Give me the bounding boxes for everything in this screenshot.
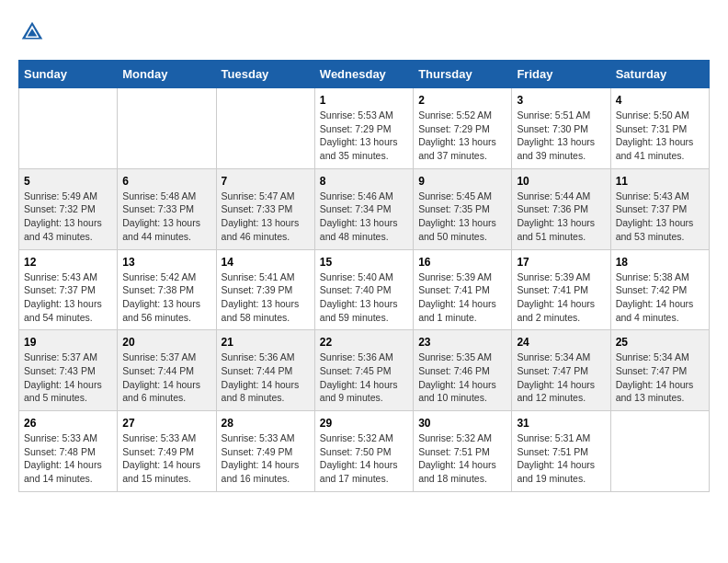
day-number: 4	[616, 94, 704, 107]
day-number: 8	[320, 175, 408, 188]
calendar-week-row: 1Sunrise: 5:53 AM Sunset: 7:29 PM Daylig…	[19, 88, 710, 169]
day-info: Sunrise: 5:35 AM Sunset: 7:46 PM Dayligh…	[418, 350, 506, 405]
calendar-cell: 16Sunrise: 5:39 AM Sunset: 7:41 PM Dayli…	[414, 249, 512, 330]
calendar-cell: 23Sunrise: 5:35 AM Sunset: 7:46 PM Dayli…	[414, 330, 512, 411]
day-number: 3	[517, 94, 605, 107]
day-info: Sunrise: 5:33 AM Sunset: 7:49 PM Dayligh…	[222, 431, 310, 486]
calendar-cell: 7Sunrise: 5:47 AM Sunset: 7:33 PM Daylig…	[216, 168, 314, 249]
day-number: 17	[517, 256, 605, 269]
calendar-cell	[610, 411, 709, 492]
calendar-week-row: 12Sunrise: 5:43 AM Sunset: 7:37 PM Dayli…	[19, 249, 710, 330]
day-info: Sunrise: 5:46 AM Sunset: 7:34 PM Dayligh…	[320, 190, 408, 244]
calendar-cell	[19, 88, 118, 169]
weekday-tuesday: Tuesday	[216, 61, 314, 88]
day-number: 18	[616, 256, 704, 269]
day-number: 25	[616, 336, 704, 349]
day-number: 7	[222, 175, 310, 188]
calendar-header: SundayMondayTuesdayWednesdayThursdayFrid…	[19, 61, 710, 88]
calendar-cell: 4Sunrise: 5:50 AM Sunset: 7:31 PM Daylig…	[610, 88, 709, 169]
day-info: Sunrise: 5:48 AM Sunset: 7:33 PM Dayligh…	[122, 190, 210, 244]
calendar-cell: 31Sunrise: 5:31 AM Sunset: 7:51 PM Dayli…	[512, 411, 610, 492]
calendar-cell: 11Sunrise: 5:43 AM Sunset: 7:37 PM Dayli…	[610, 168, 709, 249]
calendar-cell: 27Sunrise: 5:33 AM Sunset: 7:49 PM Dayli…	[118, 411, 216, 492]
calendar-cell: 5Sunrise: 5:49 AM Sunset: 7:32 PM Daylig…	[19, 168, 118, 249]
calendar-cell: 14Sunrise: 5:41 AM Sunset: 7:39 PM Dayli…	[216, 249, 314, 330]
weekday-saturday: Saturday	[610, 61, 709, 88]
day-number: 26	[24, 417, 112, 430]
calendar-cell: 21Sunrise: 5:36 AM Sunset: 7:44 PM Dayli…	[216, 330, 314, 411]
logo	[18, 18, 50, 46]
day-number: 28	[222, 417, 310, 430]
day-info: Sunrise: 5:51 AM Sunset: 7:30 PM Dayligh…	[517, 109, 605, 163]
weekday-thursday: Thursday	[414, 61, 512, 88]
calendar-cell: 26Sunrise: 5:33 AM Sunset: 7:48 PM Dayli…	[19, 411, 118, 492]
day-info: Sunrise: 5:43 AM Sunset: 7:37 PM Dayligh…	[616, 190, 704, 244]
calendar-cell: 22Sunrise: 5:36 AM Sunset: 7:45 PM Dayli…	[314, 330, 413, 411]
calendar-cell: 3Sunrise: 5:51 AM Sunset: 7:30 PM Daylig…	[512, 88, 610, 169]
day-info: Sunrise: 5:32 AM Sunset: 7:51 PM Dayligh…	[418, 431, 506, 486]
calendar-body: 1Sunrise: 5:53 AM Sunset: 7:29 PM Daylig…	[19, 88, 710, 492]
day-info: Sunrise: 5:53 AM Sunset: 7:29 PM Dayligh…	[320, 109, 408, 163]
day-info: Sunrise: 5:36 AM Sunset: 7:44 PM Dayligh…	[222, 350, 310, 405]
calendar-week-row: 26Sunrise: 5:33 AM Sunset: 7:48 PM Dayli…	[19, 411, 710, 492]
day-number: 20	[122, 336, 210, 349]
day-info: Sunrise: 5:52 AM Sunset: 7:29 PM Dayligh…	[418, 109, 506, 163]
day-info: Sunrise: 5:33 AM Sunset: 7:48 PM Dayligh…	[24, 431, 112, 486]
calendar-cell: 8Sunrise: 5:46 AM Sunset: 7:34 PM Daylig…	[314, 168, 413, 249]
day-number: 14	[222, 256, 310, 269]
day-number: 19	[24, 336, 112, 349]
calendar-cell: 2Sunrise: 5:52 AM Sunset: 7:29 PM Daylig…	[414, 88, 512, 169]
weekday-sunday: Sunday	[19, 61, 118, 88]
day-number: 21	[222, 336, 310, 349]
day-number: 6	[122, 175, 210, 188]
day-info: Sunrise: 5:34 AM Sunset: 7:47 PM Dayligh…	[616, 350, 704, 405]
calendar-table: SundayMondayTuesdayWednesdayThursdayFrid…	[18, 60, 710, 492]
day-number: 23	[418, 336, 506, 349]
calendar-cell: 30Sunrise: 5:32 AM Sunset: 7:51 PM Dayli…	[414, 411, 512, 492]
day-info: Sunrise: 5:39 AM Sunset: 7:41 PM Dayligh…	[517, 270, 605, 325]
calendar-cell: 19Sunrise: 5:37 AM Sunset: 7:43 PM Dayli…	[19, 330, 118, 411]
calendar-cell: 1Sunrise: 5:53 AM Sunset: 7:29 PM Daylig…	[314, 88, 413, 169]
day-number: 29	[320, 417, 408, 430]
day-info: Sunrise: 5:40 AM Sunset: 7:40 PM Dayligh…	[320, 270, 408, 325]
calendar-cell: 15Sunrise: 5:40 AM Sunset: 7:40 PM Dayli…	[314, 249, 413, 330]
day-number: 30	[418, 417, 506, 430]
calendar-cell: 20Sunrise: 5:37 AM Sunset: 7:44 PM Dayli…	[118, 330, 216, 411]
calendar-cell: 12Sunrise: 5:43 AM Sunset: 7:37 PM Dayli…	[19, 249, 118, 330]
day-info: Sunrise: 5:32 AM Sunset: 7:50 PM Dayligh…	[320, 431, 408, 486]
calendar-cell: 9Sunrise: 5:45 AM Sunset: 7:35 PM Daylig…	[414, 168, 512, 249]
day-number: 9	[418, 175, 506, 188]
day-info: Sunrise: 5:45 AM Sunset: 7:35 PM Dayligh…	[418, 190, 506, 244]
day-info: Sunrise: 5:36 AM Sunset: 7:45 PM Dayligh…	[320, 350, 408, 405]
calendar-cell: 10Sunrise: 5:44 AM Sunset: 7:36 PM Dayli…	[512, 168, 610, 249]
day-info: Sunrise: 5:44 AM Sunset: 7:36 PM Dayligh…	[517, 190, 605, 244]
calendar-cell: 13Sunrise: 5:42 AM Sunset: 7:38 PM Dayli…	[118, 249, 216, 330]
day-number: 1	[320, 94, 408, 107]
day-number: 16	[418, 256, 506, 269]
day-info: Sunrise: 5:41 AM Sunset: 7:39 PM Dayligh…	[222, 270, 310, 325]
day-info: Sunrise: 5:47 AM Sunset: 7:33 PM Dayligh…	[222, 190, 310, 244]
calendar-week-row: 5Sunrise: 5:49 AM Sunset: 7:32 PM Daylig…	[19, 168, 710, 249]
day-info: Sunrise: 5:49 AM Sunset: 7:32 PM Dayligh…	[24, 190, 112, 244]
day-number: 24	[517, 336, 605, 349]
calendar-cell: 18Sunrise: 5:38 AM Sunset: 7:42 PM Dayli…	[610, 249, 709, 330]
logo-icon	[18, 18, 46, 46]
weekday-wednesday: Wednesday	[314, 61, 413, 88]
day-number: 11	[616, 175, 704, 188]
day-info: Sunrise: 5:31 AM Sunset: 7:51 PM Dayligh…	[517, 431, 605, 486]
day-info: Sunrise: 5:33 AM Sunset: 7:49 PM Dayligh…	[122, 431, 210, 486]
day-number: 5	[24, 175, 112, 188]
day-info: Sunrise: 5:43 AM Sunset: 7:37 PM Dayligh…	[24, 270, 112, 325]
day-number: 22	[320, 336, 408, 349]
calendar-cell: 25Sunrise: 5:34 AM Sunset: 7:47 PM Dayli…	[610, 330, 709, 411]
calendar-cell: 28Sunrise: 5:33 AM Sunset: 7:49 PM Dayli…	[216, 411, 314, 492]
calendar-cell: 24Sunrise: 5:34 AM Sunset: 7:47 PM Dayli…	[512, 330, 610, 411]
calendar-cell	[216, 88, 314, 169]
day-info: Sunrise: 5:42 AM Sunset: 7:38 PM Dayligh…	[122, 270, 210, 325]
calendar-cell: 29Sunrise: 5:32 AM Sunset: 7:50 PM Dayli…	[314, 411, 413, 492]
day-number: 31	[517, 417, 605, 430]
day-info: Sunrise: 5:50 AM Sunset: 7:31 PM Dayligh…	[616, 109, 704, 163]
day-number: 2	[418, 94, 506, 107]
calendar-week-row: 19Sunrise: 5:37 AM Sunset: 7:43 PM Dayli…	[19, 330, 710, 411]
page-header	[18, 18, 710, 46]
